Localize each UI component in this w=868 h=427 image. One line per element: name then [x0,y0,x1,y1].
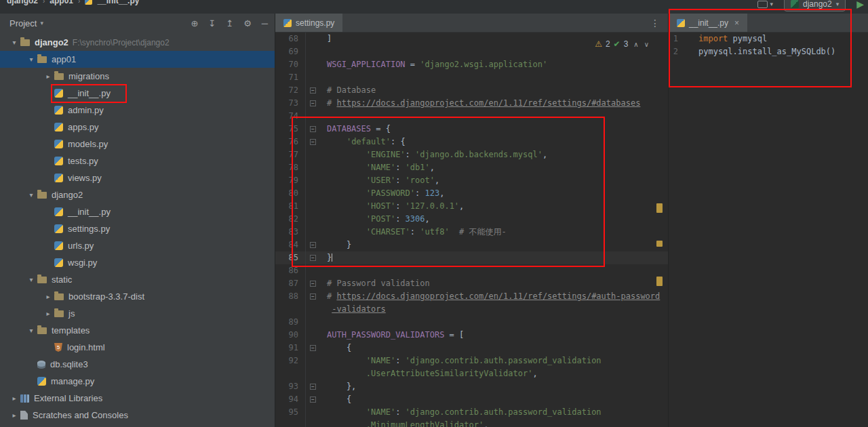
line-number[interactable]: 83 [275,226,305,239]
line-number[interactable]: 93 [275,380,305,393]
tree-item-wsgi-py[interactable]: wsgi.py [0,254,275,271]
tree-item-django2[interactable]: ▾django2F:\synchro\Project\django2 [0,34,275,51]
line-number[interactable]: 1 [669,33,681,45]
project-panel-title[interactable]: Project [9,18,37,28]
line-number[interactable]: 91 [275,342,305,354]
expanded-chevron-icon[interactable]: ▾ [25,327,37,334]
line-number[interactable]: 79 [275,174,305,187]
code-line-81[interactable]: 81 'HOST': '127.0.0.1', [275,200,668,213]
code-line-91[interactable]: 91− { [275,342,668,354]
next-issue-icon[interactable]: ∨ [644,41,649,48]
tree-item-bootstrap-3-3-7-dist[interactable]: ▸bootstrap-3.3.7-dist [0,288,275,305]
code-line-74[interactable]: 74 [275,110,668,123]
line-number[interactable]: 90 [275,329,305,342]
expanded-chevron-icon[interactable]: ▾ [25,191,37,199]
code-line-89[interactable]: 89 [275,316,668,329]
tree-item-tests-py[interactable]: tests.py [0,152,275,169]
collapsed-chevron-icon[interactable]: ▸ [8,394,20,402]
line-number[interactable]: 77 [275,148,305,161]
code-line-84[interactable]: 84− } [275,239,668,251]
code-line-wrap[interactable]: -validators [275,303,668,316]
chevron-down-icon[interactable]: ▾ [40,20,43,26]
tree-item-models-py[interactable]: models.py [0,136,275,152]
tab-init-py[interactable]: __init__.py × [669,14,747,32]
code-line-71[interactable]: 71 [275,71,668,84]
line-number[interactable]: 84 [275,239,305,251]
tree-item-db-sqlite3[interactable]: db.sqlite3 [0,356,275,373]
line-number[interactable] [275,419,305,427]
collapsed-chevron-icon[interactable]: ▸ [42,310,54,317]
expand-all-icon[interactable]: ↧ [208,18,216,28]
line-number[interactable]: 80 [275,187,305,200]
tree-item-views-py[interactable]: views.py [0,169,275,186]
code-line-2[interactable]: 2pymysql.install_as_MySQLdb() [669,45,868,58]
tree-item-templates[interactable]: ▾templates [0,322,275,339]
code-line-78[interactable]: 78 'NAME': 'db1', [275,161,668,174]
fold-icon[interactable]: − [310,87,316,94]
line-number[interactable]: 68 [275,33,305,45]
code-line-85[interactable]: 85−} [275,251,668,264]
code-line-80[interactable]: 80 'PASSWORD': 123, [275,187,668,200]
settings-gear-icon[interactable]: ⚙ [243,18,252,28]
tree-item-admin-py[interactable]: admin.py [0,102,275,119]
tree-item-app01[interactable]: ▾app01 [0,51,275,68]
line-number[interactable]: 92 [275,354,305,367]
line-number[interactable]: 74 [275,110,305,123]
line-number[interactable]: 69 [275,45,305,58]
tab-settings-py[interactable]: settings.py [275,14,342,32]
code-line-76[interactable]: 76− 'default': { [275,136,668,148]
code-line-88[interactable]: 88−# https://docs.djangoproject.com/en/1… [275,290,668,303]
close-tab-icon[interactable]: × [734,18,739,28]
code-line-92[interactable]: 92 'NAME': 'django.contrib.auth.password… [275,354,668,367]
code-line-75[interactable]: 75−DATABASES = { [275,123,668,136]
tree-item-static[interactable]: ▾static [0,271,275,288]
code-line-95[interactable]: 95 'NAME': 'django.contrib.auth.password… [275,406,668,419]
tree-item-login-html[interactable]: 5login.html [0,339,275,356]
code-line-70[interactable]: 70WSGI_APPLICATION = 'django2.wsgi.appli… [275,58,668,71]
code-line-wrap[interactable]: .UserAttributeSimilarityValidator', [275,367,668,380]
line-number[interactable] [275,303,305,316]
collapsed-chevron-icon[interactable]: ▸ [8,411,20,419]
code-line-77[interactable]: 77 'ENGINE': 'django.db.backends.mysql', [275,148,668,161]
fold-icon[interactable]: − [310,293,316,300]
line-number[interactable]: 72 [275,84,305,97]
fold-icon[interactable]: − [310,139,316,145]
fold-icon[interactable]: − [310,384,316,390]
fold-icon[interactable]: − [310,255,316,261]
code-line-94[interactable]: 94− { [275,393,668,406]
run-config-select[interactable]: django2 ▾ [784,0,846,12]
line-number[interactable]: 70 [275,58,305,71]
expanded-chevron-icon[interactable]: ▾ [8,39,20,46]
line-number[interactable]: 86 [275,264,305,277]
fold-icon[interactable]: − [310,242,316,248]
collapsed-chevron-icon[interactable]: ▸ [42,293,54,300]
line-number[interactable]: 71 [275,71,305,84]
line-number[interactable]: 2 [669,45,681,58]
line-number[interactable]: 73 [275,97,305,110]
line-number[interactable]: 76 [275,136,305,148]
line-number[interactable]: 82 [275,213,305,226]
code-line-1[interactable]: 1import pymysql [669,33,868,45]
breadcrumb-item[interactable]: __init__.py [97,0,139,5]
expanded-chevron-icon[interactable]: ▾ [25,56,37,63]
code-line-93[interactable]: 93− }, [275,380,668,393]
code-line-82[interactable]: 82 'POST': 3306, [275,213,668,226]
fold-icon[interactable]: − [310,126,316,132]
line-number[interactable]: 75 [275,123,305,136]
line-number[interactable]: 95 [275,406,305,419]
error-stripe-mark[interactable] [656,203,663,213]
collapse-all-icon[interactable]: ↥ [226,18,233,28]
code-line-79[interactable]: 79 'USER': 'root', [275,174,668,187]
tree-item-js[interactable]: ▸js [0,305,275,322]
inspections-widget[interactable]: ⚠ 2 ✔ 3 ∧ ∨ [591,38,653,50]
tree-item-migrations[interactable]: ▸migrations [0,68,275,85]
tree-item-manage-py[interactable]: manage.py [0,373,275,390]
tree-item--init-py[interactable]: __init__.py [0,203,275,220]
code-line-90[interactable]: 90AUTH_PASSWORD_VALIDATORS = [ [275,329,668,342]
collapsed-chevron-icon[interactable]: ▸ [42,73,54,80]
code-line-72[interactable]: 72−# Database [275,84,668,97]
line-number[interactable]: 78 [275,161,305,174]
hide-panel-icon[interactable]: ─ [262,18,268,28]
breadcrumb-item[interactable]: django2 [7,0,38,5]
breadcrumb-item[interactable]: app01 [50,0,73,5]
